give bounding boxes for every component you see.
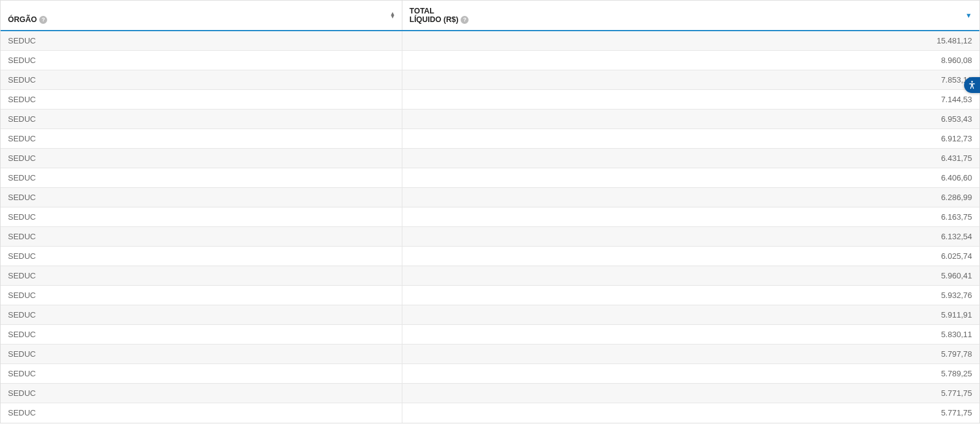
cell-total-liquido: 6.132,54 xyxy=(402,227,979,247)
cell-total-liquido: 7.853,11 xyxy=(402,70,979,90)
cell-orgao: SEDUC xyxy=(1,325,402,344)
cell-orgao: SEDUC xyxy=(1,286,402,305)
table-row[interactable]: SEDUC5.789,25 xyxy=(1,364,979,384)
cell-total-liquido: 5.771,75 xyxy=(402,403,979,423)
cell-total-liquido: 8.960,08 xyxy=(402,51,979,70)
table-row[interactable]: SEDUC5.960,41 xyxy=(1,266,979,286)
cell-orgao: SEDUC xyxy=(1,207,402,227)
cell-total-liquido: 5.932,76 xyxy=(402,286,979,305)
cell-total-liquido: 5.911,91 xyxy=(402,305,979,325)
cell-orgao: SEDUC xyxy=(1,403,402,423)
column-header-total-line2: LÍQUIDO (R$) xyxy=(410,15,459,24)
cell-total-liquido: 15.481,12 xyxy=(402,31,979,51)
column-header-total-line1: TOTAL xyxy=(410,7,973,15)
table-body: SEDUC15.481,12SEDUC8.960,08SEDUC7.853,11… xyxy=(1,31,979,423)
cell-orgao: SEDUC xyxy=(1,266,402,286)
table-row[interactable]: SEDUC6.025,74 xyxy=(1,247,979,266)
table-row[interactable]: SEDUC8.960,08 xyxy=(1,51,979,70)
cell-total-liquido: 6.953,43 xyxy=(402,110,979,129)
cell-total-liquido: 6.406,60 xyxy=(402,168,979,188)
cell-orgao: SEDUC xyxy=(1,384,402,403)
cell-orgao: SEDUC xyxy=(1,149,402,168)
table-row[interactable]: SEDUC5.911,91 xyxy=(1,305,979,325)
cell-orgao: SEDUC xyxy=(1,110,402,129)
cell-orgao: SEDUC xyxy=(1,31,402,51)
cell-total-liquido: 5.797,78 xyxy=(402,344,979,364)
cell-orgao: SEDUC xyxy=(1,227,402,247)
cell-orgao: SEDUC xyxy=(1,70,402,90)
table-row[interactable]: SEDUC6.132,54 xyxy=(1,227,979,247)
table-row[interactable]: SEDUC6.163,75 xyxy=(1,207,979,227)
column-header-orgao-label: ÓRGÃO xyxy=(8,15,37,24)
cell-orgao: SEDUC xyxy=(1,247,402,266)
cell-total-liquido: 5.960,41 xyxy=(402,266,979,286)
cell-total-liquido: 6.163,75 xyxy=(402,207,979,227)
table-row[interactable]: SEDUC5.932,76 xyxy=(1,286,979,305)
cell-orgao: SEDUC xyxy=(1,90,402,110)
table-row[interactable]: SEDUC6.286,99 xyxy=(1,188,979,207)
table-row[interactable]: SEDUC5.771,75 xyxy=(1,403,979,423)
sort-desc-icon: ▼ xyxy=(390,15,396,18)
cell-total-liquido: 6.431,75 xyxy=(402,149,979,168)
cell-total-liquido: 7.144,53 xyxy=(402,90,979,110)
table-row[interactable]: SEDUC6.431,75 xyxy=(1,149,979,168)
table-row[interactable]: SEDUC5.830,11 xyxy=(1,325,979,344)
table-row[interactable]: SEDUC15.481,12 xyxy=(1,31,979,51)
data-table: ÓRGÃO ? ▲ ▼ TOTAL LÍQUIDO (R$) ? ▼ xyxy=(1,1,979,423)
cell-total-liquido: 5.789,25 xyxy=(402,364,979,384)
accessibility-button[interactable] xyxy=(964,77,980,93)
cell-orgao: SEDUC xyxy=(1,51,402,70)
table-row[interactable]: SEDUC6.912,73 xyxy=(1,129,979,149)
help-icon[interactable]: ? xyxy=(461,16,469,24)
cell-total-liquido: 5.830,11 xyxy=(402,325,979,344)
data-table-container: ÓRGÃO ? ▲ ▼ TOTAL LÍQUIDO (R$) ? ▼ xyxy=(0,0,980,423)
table-row[interactable]: SEDUC5.797,78 xyxy=(1,344,979,364)
table-row[interactable]: SEDUC7.144,53 xyxy=(1,90,979,110)
cell-orgao: SEDUC xyxy=(1,344,402,364)
table-row[interactable]: SEDUC7.853,11 xyxy=(1,70,979,90)
cell-total-liquido: 5.771,75 xyxy=(402,384,979,403)
accessibility-hand-icon xyxy=(967,80,977,90)
cell-orgao: SEDUC xyxy=(1,129,402,149)
column-header-total-liquido[interactable]: TOTAL LÍQUIDO (R$) ? ▼ xyxy=(402,1,979,31)
cell-orgao: SEDUC xyxy=(1,364,402,384)
cell-orgao: SEDUC xyxy=(1,305,402,325)
table-row[interactable]: SEDUC5.771,75 xyxy=(1,384,979,403)
cell-orgao: SEDUC xyxy=(1,188,402,207)
help-icon[interactable]: ? xyxy=(39,16,47,24)
cell-total-liquido: 6.912,73 xyxy=(402,129,979,149)
table-row[interactable]: SEDUC6.953,43 xyxy=(1,110,979,129)
table-header-row: ÓRGÃO ? ▲ ▼ TOTAL LÍQUIDO (R$) ? ▼ xyxy=(1,1,979,31)
sort-toggle-orgao[interactable]: ▲ ▼ xyxy=(390,12,396,19)
sort-desc-active-icon[interactable]: ▼ xyxy=(965,12,972,19)
cell-total-liquido: 6.025,74 xyxy=(402,247,979,266)
cell-orgao: SEDUC xyxy=(1,168,402,188)
column-header-orgao[interactable]: ÓRGÃO ? ▲ ▼ xyxy=(1,1,402,31)
cell-total-liquido: 6.286,99 xyxy=(402,188,979,207)
table-row[interactable]: SEDUC6.406,60 xyxy=(1,168,979,188)
